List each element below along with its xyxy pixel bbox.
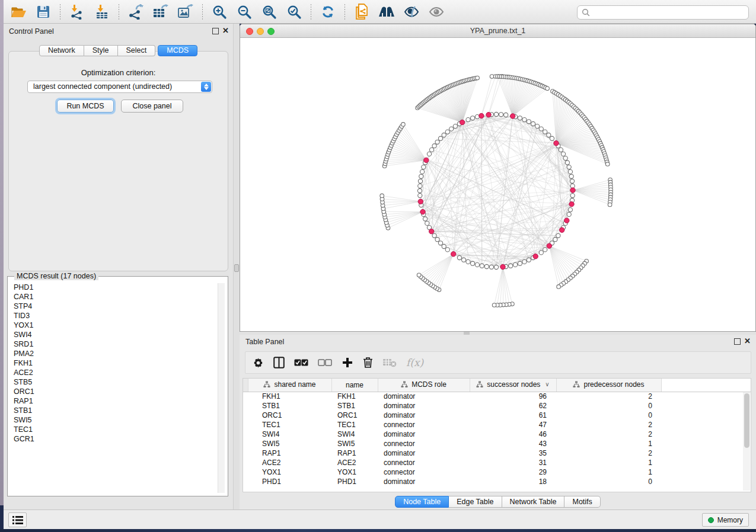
mcds-result-item[interactable]: ACE2 [14,368,215,377]
close-panel-button[interactable]: Close panel [121,100,183,113]
table-header-row[interactable]: shared namenameMCDS rolesuccessor nodes∨… [243,379,751,392]
tab-network-table[interactable]: Network Table [502,496,565,508]
mcds-result-item[interactable]: CAR1 [14,292,215,302]
table-row[interactable]: SWI5SWI5connector431 [243,439,751,448]
refresh-icon[interactable] [319,4,337,20]
tab-select[interactable]: Select [118,45,156,56]
zoom-fit-icon[interactable] [260,4,278,20]
hide-selected-icon[interactable] [403,4,420,20]
select-all-icon[interactable] [294,355,308,370]
export-image-icon[interactable] [177,4,194,20]
toolbar-separator [119,4,119,20]
node-table-grid[interactable]: shared namenameMCDS rolesuccessor nodes∨… [243,379,751,486]
close-panel-icon[interactable]: ✕ [222,27,229,35]
control-panel: Control Panel ✕ NetworkStyleSelectMCDS O… [4,24,233,509]
table-scrollbar-thumb[interactable] [744,393,749,448]
deselect-all-icon[interactable] [318,355,332,370]
mcds-result-item[interactable]: SRD1 [14,339,215,349]
export-network-icon[interactable] [127,4,145,20]
table-row[interactable]: FKH1FKH1dominator962 [243,392,751,401]
new-network-from-selection-icon[interactable] [353,4,371,20]
memory-button[interactable]: Memory [702,513,749,527]
open-icon[interactable] [9,4,27,20]
zoom-out-icon[interactable] [235,4,253,20]
mcds-result-item[interactable]: STB5 [14,377,215,387]
zoom-selected-icon[interactable] [285,4,303,20]
mcds-result-item[interactable]: TID3 [14,311,215,321]
control-panel-tabs: NetworkStyleSelectMCDS [4,45,233,56]
split-columns-icon[interactable] [273,355,285,370]
tab-network[interactable]: Network [39,45,84,56]
mcds-result-item[interactable]: STP4 [14,302,215,311]
table-row[interactable]: SWI4SWI4dominator462 [243,430,751,439]
run-mcds-button[interactable]: Run MCDS [57,100,114,113]
mcds-result-item[interactable]: PMA2 [14,349,215,358]
float-panel-icon[interactable] [734,338,741,345]
search-neighbors-icon[interactable] [378,4,395,20]
mcds-result-item[interactable]: TEC1 [14,425,215,434]
network-graph[interactable] [240,38,755,331]
mcds-result-item[interactable]: RAP1 [14,396,215,406]
tab-style[interactable]: Style [84,45,118,56]
mcds-result-item[interactable]: STB1 [14,406,215,415]
splitter-handle[interactable] [234,264,239,272]
toolbar-separator [311,4,311,20]
control-panel-header: Control Panel ✕ [4,24,233,39]
table-row[interactable]: RAP1RAP1dominator352 [243,448,751,458]
save-icon[interactable] [34,4,52,20]
delete-row-icon[interactable] [363,355,373,370]
column-header-successor-nodes[interactable]: successor nodes∨ [470,379,556,392]
network-canvas[interactable] [240,38,755,331]
search-input[interactable] [591,7,748,18]
mcds-result-list[interactable]: PHD1CAR1STP4TID3YOX1SWI4SRD1PMA2FKH1ACE2… [14,283,215,492]
mcds-result-scrollbar[interactable] [218,283,225,493]
desktop-wallpaper-bottom [0,529,756,532]
table-panel: Table Panel ✕ [240,335,756,509]
tab-node-table[interactable]: Node Table [395,496,449,508]
import-table-icon[interactable] [93,4,111,20]
settings-gear-icon[interactable] [253,355,264,370]
toolbar-separator [202,4,203,20]
column-header-name[interactable]: name [331,379,378,392]
tab-edge-table[interactable]: Edge Table [449,496,502,508]
table-gutter [243,379,248,392]
mcds-result-item[interactable]: SWI5 [14,415,215,425]
export-table-icon[interactable] [152,4,170,20]
column-header-MCDS-role[interactable]: MCDS role [378,379,470,392]
show-details-eye-icon[interactable] [428,4,445,20]
table-row[interactable]: YOX1YOX1connector291 [243,467,751,477]
table-row[interactable]: STB1STB1dominator620 [243,401,751,411]
mcds-result-item[interactable]: YOX1 [14,321,215,330]
table-row[interactable]: PHD1PHD1dominator180 [243,477,751,486]
tab-mcds[interactable]: MCDS [158,45,197,56]
mcds-result-item[interactable]: FKH1 [14,358,215,368]
table-scrollbar[interactable] [743,392,750,491]
mcds-result-item[interactable]: GCR1 [14,434,215,444]
table-row[interactable]: ACE2ACE2connector311 [243,458,751,467]
optimization-criterion-select[interactable]: largest connected component (undirected) [27,81,212,93]
toolbar-separator [60,4,60,20]
mcds-result-item[interactable]: ORC1 [14,387,215,396]
mcds-result-item[interactable]: SWI4 [14,330,215,339]
memory-label: Memory [717,516,743,524]
tab-motifs[interactable]: Motifs [564,496,600,508]
mcds-result-title: MCDS result (17 nodes) [14,272,98,280]
float-panel-icon[interactable] [212,28,219,34]
vertical-splitter[interactable] [233,24,240,509]
optimization-criterion-value: largest connected component (undirected) [33,82,172,91]
column-header-predecessor-nodes[interactable]: predecessor nodes [556,379,661,392]
task-history-button[interactable] [8,512,27,527]
add-row-icon[interactable] [342,355,353,370]
optimization-criterion-label: Optimization criterion: [9,68,228,77]
network-window-titlebar[interactable]: YPA_prune.txt_1 [240,24,755,38]
search-field[interactable] [577,5,749,20]
table-row[interactable]: TEC1TEC1connector472 [243,420,751,430]
import-network-icon[interactable] [68,4,86,20]
status-bar: Memory [4,509,756,529]
close-panel-icon[interactable]: ✕ [744,337,751,345]
table-row[interactable]: ORC1ORC1dominator610 [243,411,751,420]
mcds-result-item[interactable]: PHD1 [14,283,215,292]
column-header-shared-name[interactable]: shared name [248,379,331,392]
delete-table-icon-disabled [382,355,397,370]
zoom-in-icon[interactable] [210,4,228,20]
